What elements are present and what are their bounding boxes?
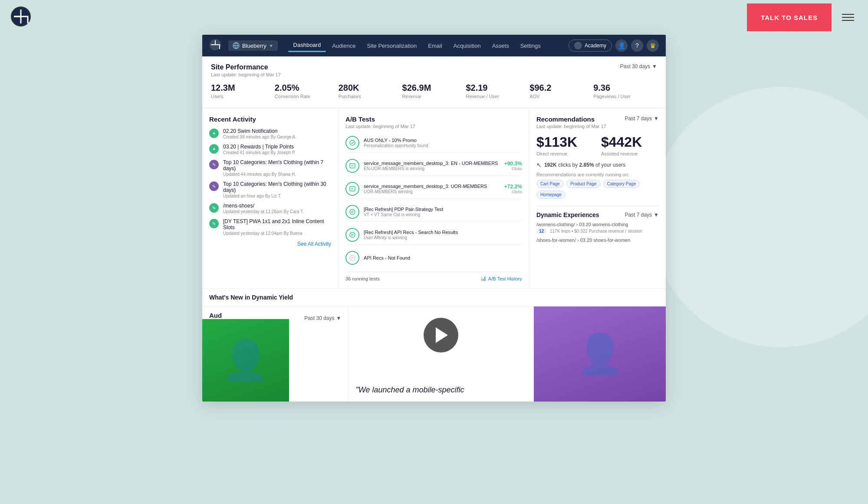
see-all-activity-link[interactable]: See All Activity [209,241,331,247]
ab-icon-promo [345,136,359,150]
metric-revenue-value: $26.9M [402,82,459,93]
activity-icon-swim: ✦ [209,128,219,138]
app-window: Blueberry ▼ Dashboard Audience Site Pers… [202,35,666,402]
activity-text-swim: 02.20 Swim Notification Created 38 minut… [223,128,331,139]
rec-assisted-revenue: $442K Assisted revenue [601,134,659,156]
ab-icon-rec2 [345,228,359,242]
ab-tests-title: A/B Tests [345,115,415,123]
page-tag-product: Product Page [566,180,601,188]
ab-tests-title-group: A/B Tests Last update: beginning of Mar … [345,115,415,129]
ab-test-status: Personalization opportunity found [364,143,522,148]
audience-bottom-panel: Aud Last u Past 30 days ▼ 👤 [202,306,349,402]
rec-clicks-text: 192K clicks by 2.85% of your users [544,162,625,168]
nav-menu: Dashboard Audience Site Personalization … [288,39,562,52]
metric-conversion-value: 2.05% [275,82,332,93]
metric-purchases-label: Purchases [339,94,395,99]
nav-item-audience[interactable]: Audience [327,40,361,52]
recommendations-title-group: Recommendations Last update: beginning o… [536,115,606,129]
metric-users: 12.3M Users [211,82,275,99]
academy-button[interactable]: Academy [569,40,612,52]
nav-item-assets[interactable]: Assets [487,40,514,52]
activity-text-shoes: /mens-shoes/ Updated yesterday at 11:26a… [223,203,331,214]
activity-icon-rewards: ✦ [209,144,219,154]
metric-rev-per-user-value: $2.19 [466,82,523,93]
quote-text: "We launched a mobile-specific [349,379,533,402]
play-triangle-icon [436,327,448,343]
academy-logo-icon [574,42,582,49]
talk-to-sales-button[interactable]: TALK TO SALES [747,3,832,31]
list-item: ✎ /mens-shoes/ Updated yesterday at 11:2… [209,203,331,214]
page-tag-homepage: Homepage [536,191,566,199]
rec-clicks-number: 192K [544,162,557,168]
metric-purchases: 280K Purchases [339,82,402,99]
nav-item-site-personalization[interactable]: Site Personalization [362,40,422,52]
cursor-icon: ↖ [536,161,542,168]
time-range-selector[interactable]: Past 30 days ▼ [620,63,657,69]
top-bar: TALK TO SALES [0,0,868,35]
ab-tests-subtitle: Last update: beginning of Mar 17 [345,124,415,129]
dynamic-exp-time-selector[interactable]: Past 7 days ▼ [625,212,659,218]
brand-selector[interactable]: Blueberry ▼ [228,40,278,51]
rec-time-label: Past 7 days [625,115,652,122]
metric-revenue-label: Revenue [402,94,459,99]
audience-title: Aud [209,312,222,319]
ab-icon-rec3 [345,251,359,265]
play-button[interactable] [424,318,458,352]
ab-test-name: service_message_members_desktop_3: EN - … [364,161,500,166]
list-item: API Recs - Not Found [345,248,522,267]
audience-time-selector[interactable]: Past 30 days ▼ [304,315,341,321]
nav-item-acquisition[interactable]: Acquisition [448,40,486,52]
page-tag-cart: Cart Page [536,180,564,188]
ab-test-status: User Affinity is winning [364,235,522,240]
ab-test-name: [Rec Refresh] PDP Pair-Strategy Test [364,207,522,212]
ab-test-history-link[interactable]: 📊 A/B Test History [480,276,522,281]
metric-rev-per-user: $2.19 Revenue / User [466,82,529,99]
whats-new-title: What's New in Dynamic Yield [209,294,659,301]
crown-icon: ♛ [650,42,656,50]
person-icon-left: 👤 [221,338,270,383]
recent-activity-title: Recent Activity [209,115,256,123]
rec-assisted-revenue-value: $442K [601,134,659,150]
dynamic-exp-path: /shoes-for-women/ › 03.20 shoes-for-wome… [536,237,659,243]
main-container: Blueberry ▼ Dashboard Audience Site Pers… [195,35,673,402]
metric-pageviews-value: 9.36 [593,82,650,93]
site-perf-title: Site Performance [211,63,281,71]
list-item: ✎ [DY TEST] PWA 1x1 and 2x1 Inline Conte… [209,218,331,236]
activity-meta: Updated yesterday at 12:04am By Buena [223,231,331,236]
ab-test-info: service_message_members_desktop_3: EN - … [364,161,500,171]
crown-icon-button[interactable]: ♛ [647,40,659,52]
activity-icon-pwa: ✎ [209,219,219,228]
page-tag-category: Category Page [603,180,640,188]
nav-item-dashboard[interactable]: Dashboard [288,39,326,52]
chevron-down-icon: ▼ [654,115,659,122]
svg-rect-4 [350,164,355,168]
hamburger-menu[interactable] [838,10,858,24]
ab-icon-msg1 [345,159,359,173]
chevron-down-icon: ▼ [652,63,657,69]
ab-test-info: service_message_members_desktop_3: UOR-M… [364,184,500,194]
help-icon: ? [635,42,639,49]
recommendations-panel: Recommendations Last update: beginning o… [529,109,666,288]
video-play-overlay[interactable] [424,318,458,352]
help-icon-button[interactable]: ? [631,40,643,52]
rec-page-tags: Cart Page Product Page Category Page Hom… [536,180,659,199]
nav-item-settings[interactable]: Settings [515,40,546,52]
recent-activity-panel: Recent Activity ✦ 02.20 Swim Notificatio… [202,109,339,288]
metric-rev-per-user-label: Revenue / User [466,94,523,99]
user-icon-button[interactable]: 👤 [615,40,628,52]
background-decoration [651,87,868,347]
audience-time-label: Past 30 days [304,315,334,321]
ab-running-count: 36 running tests [345,276,379,281]
dynamic-exp-item-2: /shoes-for-women/ › 03.20 shoes-for-wome… [536,237,659,243]
recommendations-time-selector[interactable]: Past 7 days ▼ [625,115,659,122]
activity-meta: Updated yesterday at 11:26am By Cara T. [223,209,331,214]
metric-users-label: Users [211,94,268,99]
activity-name: [DY TEST] PWA 1x1 and 2x1 Inline Content… [223,218,331,231]
rec-clicks-percent: 2.85% [579,162,594,168]
nav-item-email[interactable]: Email [423,40,447,52]
activity-text-cat30: Top 10 Categories: Men's Clothing (withi… [223,181,331,198]
ab-stat-label: Clicks [504,190,522,194]
exp-badge: 12 [536,228,546,234]
chevron-down-icon: ▼ [269,43,273,48]
recommendations-header: Recommendations Last update: beginning o… [536,115,659,129]
